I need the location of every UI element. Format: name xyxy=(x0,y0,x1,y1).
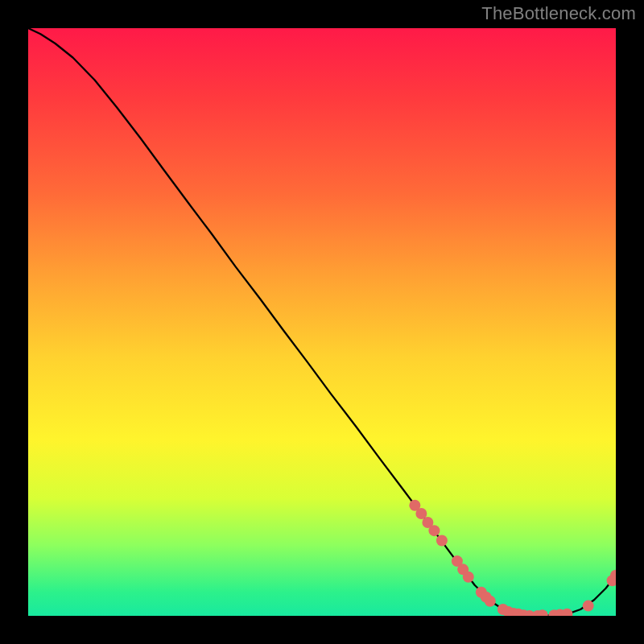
line-curve xyxy=(28,28,616,616)
data-dot xyxy=(485,596,496,607)
data-dot xyxy=(436,535,448,547)
data-dot xyxy=(428,525,440,536)
chart-container: TheBottleneck.com xyxy=(0,0,644,644)
watermark-label: TheBottleneck.com xyxy=(481,3,636,24)
plot-area xyxy=(28,28,616,616)
plot-overlay xyxy=(28,28,616,616)
data-dot xyxy=(561,609,572,616)
data-dot xyxy=(583,601,594,612)
data-dot xyxy=(463,572,474,583)
data-dots xyxy=(409,500,616,616)
